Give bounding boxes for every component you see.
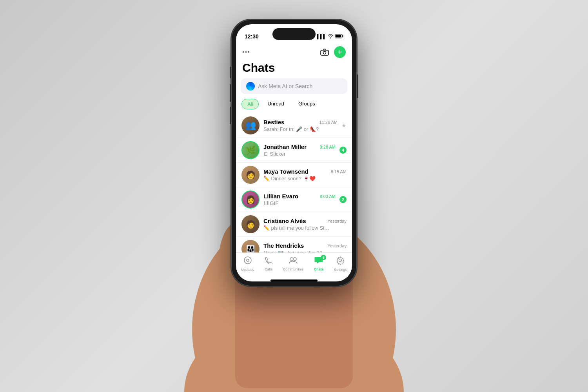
volume-down-button [230, 107, 231, 124]
wifi-icon [328, 34, 333, 39]
chat-item-jonathan[interactable]: 🌿 Jonathan Miller 9:28 AM 🗒 Sticker 4 [236, 138, 352, 163]
chat-content-maya: Maya Townsend 8:15 AM ✏️ Dinner soon? 🍷❤… [263, 168, 347, 181]
svg-point-14 [247, 259, 249, 261]
meta-ai-icon [246, 82, 255, 91]
silent-button [230, 67, 231, 78]
updates-label: Updates [241, 268, 254, 272]
nav-updates[interactable]: Updates [241, 256, 254, 272]
tab-unread[interactable]: Unread [262, 99, 290, 109]
bottom-nav: Updates Calls [236, 252, 352, 278]
scene: 12:30 ▌▌▌ [0, 0, 588, 392]
status-time: 12:30 [245, 33, 259, 40]
chat-content-lillian: Lillian Evaro 8:03 AM 🎞 GIF [263, 193, 336, 206]
chat-preview-besties: Sarah: For tn: 🎤 or 👠? [263, 126, 330, 132]
svg-point-16 [293, 258, 296, 261]
chat-content-cristiano: Cristiano Alvés Yesterday ✏️ pls tell me… [263, 218, 347, 231]
avatar-besties: 👥 [241, 116, 260, 134]
chat-name-lillian: Lillian Evaro [263, 193, 298, 200]
communities-label: Communities [283, 267, 304, 271]
unread-badge-lillian: 2 [339, 196, 347, 203]
nav-settings[interactable]: Settings [334, 256, 347, 272]
updates-icon [243, 256, 252, 267]
svg-point-12 [323, 51, 326, 54]
power-button [357, 74, 358, 98]
volume-up-button [230, 84, 231, 102]
chat-name-jonathan: Jonathan Miller [263, 143, 307, 150]
chat-time-hendricks: Yesterday [327, 243, 347, 248]
calls-label: Calls [265, 267, 272, 271]
chat-meta-besties: ★ [341, 122, 347, 129]
dynamic-island [272, 28, 316, 40]
chat-item-cristiano[interactable]: 🧑 Cristiano Alvés Yesterday ✏️ pls tell … [236, 212, 352, 237]
communities-icon [289, 256, 298, 267]
avatar-maya: 🧑 [241, 166, 260, 184]
chat-preview-lillian: 🎞 GIF [263, 200, 330, 206]
filter-tabs: All Unread Groups [236, 99, 352, 113]
nav-communities[interactable]: Communities [283, 256, 304, 271]
avatar-lillian: 👩 [241, 191, 260, 209]
search-bar[interactable]: Ask Meta AI or Search [241, 78, 347, 94]
starred-icon-besties: ★ [341, 122, 347, 129]
top-bar: ··· + [236, 45, 352, 61]
chat-item-maya[interactable]: 🧑 Maya Townsend 8:15 AM ✏️ Dinner soon? … [236, 163, 352, 187]
nav-calls[interactable]: Calls [265, 256, 272, 271]
chat-time-jonathan: 9:28 AM [320, 145, 336, 149]
nav-chats[interactable]: 6 Chats [314, 256, 324, 271]
tab-groups[interactable]: Groups [293, 99, 321, 109]
chats-badge: 6 [321, 255, 326, 260]
chat-time-lillian: 8:03 AM [320, 194, 336, 199]
battery-icon [335, 34, 343, 39]
page-title: Chats [236, 61, 352, 78]
avatar-cristiano: 🧑 [241, 215, 260, 233]
camera-button[interactable] [319, 47, 330, 58]
chat-time-besties: 11:26 AM [319, 120, 338, 125]
chat-content-besties: Besties 11:26 AM Sarah: For tn: 🎤 or 👠? [263, 119, 338, 132]
chat-preview-maya: ✏️ Dinner soon? 🍷❤️ [263, 176, 330, 181]
chat-name-hendricks: The Hendricks [263, 242, 304, 249]
status-icons: ▌▌▌ [317, 34, 343, 39]
chat-name-cristiano: Cristiano Alvés [263, 218, 306, 224]
calls-icon [265, 256, 272, 267]
avatar-jonathan: 🌿 [241, 141, 260, 159]
chat-preview-hendricks: Mom: 📷 How was this 10 yrs ago?? [263, 250, 330, 252]
search-placeholder: Ask Meta AI or Search [258, 83, 312, 89]
more-options-dots[interactable]: ··· [242, 48, 250, 56]
unread-badge-jonathan: 4 [339, 147, 347, 154]
chat-list: 👥 Besties 11:26 AM Sarah: For tn: 🎤 or 👠… [236, 113, 352, 252]
new-chat-button[interactable]: + [334, 46, 346, 58]
chat-item-hendricks[interactable]: 👨‍👩‍👧 The Hendricks Yesterday Mom: 📷 How… [236, 237, 352, 252]
chat-meta-jonathan: 4 [339, 147, 347, 154]
svg-rect-10 [343, 35, 343, 37]
signal-icon: ▌▌▌ [317, 34, 326, 39]
svg-rect-9 [336, 35, 341, 38]
svg-point-17 [339, 259, 342, 262]
chat-time-cristiano: Yesterday [327, 219, 347, 223]
chat-content-jonathan: Jonathan Miller 9:28 AM 🗒 Sticker [263, 143, 336, 157]
home-indicator [270, 279, 318, 281]
phone-screen: 12:30 ▌▌▌ [236, 24, 352, 281]
phone-shell: 12:30 ▌▌▌ [231, 20, 357, 286]
chat-name-maya: Maya Townsend [263, 168, 309, 175]
chat-name-besties: Besties [263, 119, 284, 125]
chat-item-lillian[interactable]: 👩 Lillian Evaro 8:03 AM 🎞 GIF 2 [236, 187, 352, 212]
settings-label: Settings [334, 268, 347, 272]
chat-time-maya: 8:15 AM [331, 169, 347, 174]
tab-all[interactable]: All [241, 99, 259, 109]
chat-item-besties[interactable]: 👥 Besties 11:26 AM Sarah: For tn: 🎤 or 👠… [236, 113, 352, 138]
chat-content-hendricks: The Hendricks Yesterday Mom: 📷 How was t… [263, 242, 347, 252]
chats-label: Chats [314, 267, 324, 271]
chat-meta-lillian: 2 [339, 196, 347, 203]
settings-icon [336, 256, 345, 267]
top-bar-action-icons: + [319, 46, 346, 58]
svg-rect-11 [321, 50, 328, 55]
svg-point-13 [244, 257, 251, 264]
chat-preview-jonathan: 🗒 Sticker [263, 151, 330, 157]
svg-rect-7 [235, 270, 353, 388]
svg-point-15 [290, 258, 293, 261]
chat-preview-cristiano: ✏️ pls tell me you follow SingleCatClub … [263, 225, 330, 231]
avatar-hendricks: 👨‍👩‍👧 [241, 240, 260, 252]
